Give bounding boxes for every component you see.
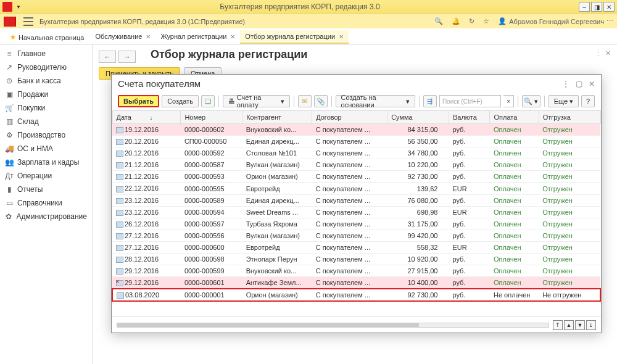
sidebar-item[interactable]: ▣Продажи: [0, 88, 92, 101]
sidebar-item[interactable]: ⊙Банк и касса: [0, 74, 92, 88]
app-menu-caret-icon[interactable]: ▼: [16, 4, 21, 10]
user-name: Абрамов Геннадий Сергеевич: [509, 18, 604, 25]
nav-forward-button[interactable]: →: [118, 51, 136, 63]
table-row[interactable]: 23.12.20160000-000589Единая дирекц...С п…: [112, 194, 600, 206]
table-row[interactable]: 22.12.20160000-000595ЕвротрейдС покупате…: [112, 183, 600, 194]
maximize-button[interactable]: ◨: [591, 2, 602, 12]
data-grid[interactable]: Дата↓ Номер Контрагент Договор Сумма Вал…: [112, 110, 601, 316]
more-button[interactable]: Еще ▾: [549, 95, 579, 107]
create-based-button[interactable]: Создать на основании ▾: [336, 95, 416, 107]
col-sum[interactable]: Сумма: [387, 111, 449, 124]
copy-icon: ❏: [205, 97, 211, 105]
tabs-bar: ★ Начальная страница Обслуживание✕Журнал…: [0, 28, 617, 44]
email-button[interactable]: ✉: [298, 95, 312, 107]
table-row[interactable]: 20.12.2016СП00-000050Единая дирекц...С п…: [112, 136, 600, 147]
create-button[interactable]: Создать: [162, 95, 199, 107]
history-icon[interactable]: ↻: [469, 17, 474, 25]
structure-icon: ⇶: [427, 97, 433, 105]
help-button[interactable]: ?: [581, 95, 595, 107]
col-counterparty[interactable]: Контрагент: [242, 111, 312, 124]
table-row[interactable]: 29.12.20160000-000599Внуковский ко...С п…: [112, 265, 600, 277]
sidebar-item[interactable]: ✿Администрирование: [0, 210, 92, 223]
col-date[interactable]: Дата↓: [112, 111, 181, 124]
window-title: Бухгалтерия предприятия КОРП, редакция 3…: [21, 2, 579, 11]
table-row[interactable]: 03.08.20200000-000001Орион (магазин)С по…: [112, 289, 600, 301]
panel-title: Отбор журнала регистрации: [151, 48, 307, 61]
document-icon: [116, 257, 123, 263]
sidebar-item[interactable]: ▮Отчеты: [0, 183, 92, 196]
sidebar-item[interactable]: ≡Главное: [0, 47, 92, 60]
nav-back-button[interactable]: ←: [99, 51, 116, 63]
horizontal-scrollbar[interactable]: [117, 323, 549, 328]
tab-home[interactable]: ★ Начальная страница: [4, 31, 90, 44]
table-row[interactable]: 21.12.20160000-000587Вулкан (магазин)С п…: [112, 159, 600, 171]
col-payment[interactable]: Оплата: [490, 111, 539, 124]
sidebar-item[interactable]: ▭Справочники: [0, 196, 92, 210]
col-shipment[interactable]: Отгрузка: [539, 111, 600, 124]
panel-menu-icon[interactable]: ⋮: [595, 49, 602, 57]
attach-button[interactable]: 📎: [314, 95, 328, 107]
sidebar-item[interactable]: ДтОперации: [0, 169, 92, 183]
table-row[interactable]: 21.12.20160000-000593Орион (магазин)С по…: [112, 171, 600, 183]
table-row[interactable]: 19.12.20160000-000602Внуковский ко...С п…: [112, 124, 600, 136]
sidebar-item[interactable]: 👥Зарплата и кадры: [0, 155, 92, 169]
goto-top-button[interactable]: ⤒: [553, 320, 563, 330]
user-menu[interactable]: 👤 Абрамов Геннадий Сергеевич ⋯: [498, 17, 613, 25]
table-row[interactable]: 27.12.20160000-000596Вулкан (магазин)С п…: [112, 230, 600, 241]
goto-bottom-button[interactable]: ⤓: [586, 320, 596, 330]
favorite-icon[interactable]: ☆: [483, 17, 489, 25]
tab-close-icon[interactable]: ✕: [146, 33, 151, 40]
goto-down-button[interactable]: ▼: [575, 320, 585, 330]
table-row[interactable]: 27.12.20160000-000600ЕвротрейдС покупате…: [112, 241, 600, 253]
tab-close-icon[interactable]: ✕: [339, 33, 344, 40]
tab-item[interactable]: Журнал регистрации✕: [155, 30, 240, 44]
sidebar-item-label: Главное: [17, 49, 46, 58]
search-icon[interactable]: 🔍: [434, 17, 443, 25]
col-currency[interactable]: Валюта: [449, 111, 490, 124]
document-icon: [116, 198, 123, 204]
tab-item[interactable]: Обслуживание✕: [90, 30, 155, 44]
search-input[interactable]: Поиск (Ctrl+F): [439, 95, 502, 107]
table-row[interactable]: 28.12.20160000-000598Этнопарк ПерунС пок…: [112, 254, 600, 265]
sidebar-item-label: Администрирование: [17, 212, 87, 221]
sidebar-item-icon: ⊙: [5, 77, 14, 85]
sidebar-item[interactable]: ▥Склад: [0, 115, 92, 128]
select-button[interactable]: Выбрать: [118, 95, 159, 107]
copy-button[interactable]: ❏: [201, 95, 215, 107]
close-button[interactable]: ✕: [603, 2, 615, 12]
sidebar-item-label: Покупки: [17, 104, 45, 112]
module-title: Бухгалтерия предприятия КОРП, редакция 3…: [39, 18, 245, 25]
filter-button[interactable]: 🔍▾: [522, 95, 540, 107]
table-row[interactable]: 29.12.20160000-000601Антикафе Земл...С п…: [112, 277, 600, 289]
search-clear-button[interactable]: ×: [503, 95, 513, 107]
structure-button[interactable]: ⇶: [423, 95, 437, 107]
minimize-button[interactable]: –: [579, 2, 590, 12]
dialog-close-icon[interactable]: ✕: [589, 80, 595, 88]
sidebar-item-label: Банк и касса: [17, 77, 61, 85]
document-icon: [116, 268, 123, 275]
sidebar-item[interactable]: 🛒Покупки: [0, 101, 92, 115]
document-icon: [116, 174, 123, 180]
sidebar-item[interactable]: ↗Руководителю: [0, 60, 92, 74]
dialog-restore-icon[interactable]: ▢: [576, 80, 582, 88]
tab-close-icon[interactable]: ✕: [230, 33, 235, 40]
goto-up-button[interactable]: ▲: [564, 320, 574, 330]
dialog-menu-icon[interactable]: ⋮: [562, 80, 569, 88]
notification-icon[interactable]: 🔔: [452, 17, 460, 25]
sidebar-item-icon: ✿: [5, 212, 13, 221]
col-contract[interactable]: Договор: [312, 111, 387, 124]
tab-item[interactable]: Отбор журнала регистрации✕: [240, 30, 349, 44]
table-row[interactable]: 26.12.20160000-000597Турбаза ЯхромаС пок…: [112, 218, 600, 230]
table-row[interactable]: 20.12.20160000-000592Столовая №101С поку…: [112, 147, 600, 159]
document-icon: [116, 245, 123, 251]
dialog-title: Счета покупателям: [118, 78, 201, 89]
print-bill-button[interactable]: 🖶Счет на оплату ▾: [223, 95, 290, 107]
sidebar-item[interactable]: 🚚ОС и НМА: [0, 142, 92, 155]
main-menu-icon[interactable]: [23, 17, 33, 26]
panel-close-icon[interactable]: ✕: [605, 49, 611, 57]
col-number[interactable]: Номер: [181, 111, 242, 124]
sidebar-item-icon: 👥: [5, 158, 14, 167]
table-row[interactable]: 23.12.20160000-000594Sweet Dreams ...С п…: [112, 206, 600, 218]
sidebar-item[interactable]: ⚙Производство: [0, 128, 92, 142]
user-menu-caret-icon: ⋯: [607, 17, 613, 25]
